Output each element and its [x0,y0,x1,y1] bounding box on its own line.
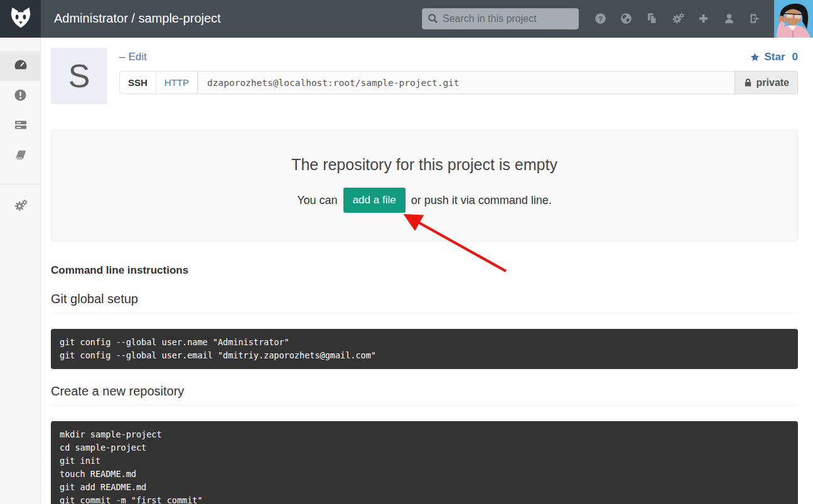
project-header: S – Edit Star 0 SSH HTTP private [51,48,798,104]
search-box [422,8,579,29]
gears-icon[interactable] [665,0,691,38]
lock-icon [743,78,753,87]
empty-repo-panel: The repository for this project is empty… [51,130,798,242]
add-a-file-button[interactable]: add a file [343,188,406,213]
star-icon [750,52,760,63]
fox-logo-icon [8,5,33,33]
sidebar-item-dashboard[interactable] [0,51,41,81]
sidebar-item-wiki[interactable] [0,141,41,171]
project-avatar[interactable]: S [51,48,107,104]
empty-repo-title: The repository for this project is empty [64,156,785,174]
create-new-repository-heading: Create a new repository [51,384,798,406]
visibility-label: private [756,77,789,88]
sign-out-icon[interactable] [742,0,768,38]
star-count: 0 [792,51,798,63]
create-new-repository-code[interactable]: mkdir sample-project cd sample-project g… [51,421,798,504]
git-global-setup-code[interactable]: git config --global user.name "Administr… [51,329,798,369]
help-icon[interactable]: ? [588,0,613,38]
sidebar-item-list[interactable] [0,111,41,141]
plus-icon[interactable] [691,0,716,38]
header-icon-nav: ? [588,0,768,38]
sidebar-divider [0,184,40,185]
http-button[interactable]: HTTP [156,71,198,94]
top-navbar: Administrator / sample-project ? [0,0,813,38]
sidebar-item-settings[interactable] [0,192,41,222]
search-input[interactable] [422,8,579,29]
search-icon [427,13,439,27]
edit-dash: – [119,51,125,63]
app-logo[interactable] [0,0,41,38]
star-label: Star [764,51,785,63]
main-content: S – Edit Star 0 SSH HTTP private [41,38,813,504]
git-global-setup-heading: Git global setup [51,292,798,314]
sidebar-item-issues[interactable] [0,81,41,111]
clone-bar: SSH HTTP private [119,71,798,94]
globe-icon[interactable] [613,0,639,38]
copy-documents-icon[interactable] [639,0,665,38]
clone-url-field[interactable] [198,71,735,94]
sidebar [0,38,41,504]
user-avatar[interactable] [774,0,813,38]
svg-text:?: ? [598,15,603,23]
visibility-badge: private [735,71,798,94]
avatar-illustration [774,0,813,38]
settings-gears-icon [13,198,28,216]
star-button[interactable]: Star 0 [750,51,798,63]
command-line-instructions-heading: Command line instructions [51,264,798,277]
list-bars-icon [13,117,28,135]
exclamation-circle-icon [13,88,28,105]
tachometer-icon [13,57,28,75]
empty-text-after: or push it via command line. [411,194,552,207]
book-icon [13,148,28,165]
ssh-button[interactable]: SSH [119,71,156,94]
page-title: Administrator / sample-project [54,11,221,26]
edit-link[interactable]: Edit [128,51,146,63]
empty-text-before: You can [297,194,337,207]
user-icon[interactable] [716,0,742,38]
